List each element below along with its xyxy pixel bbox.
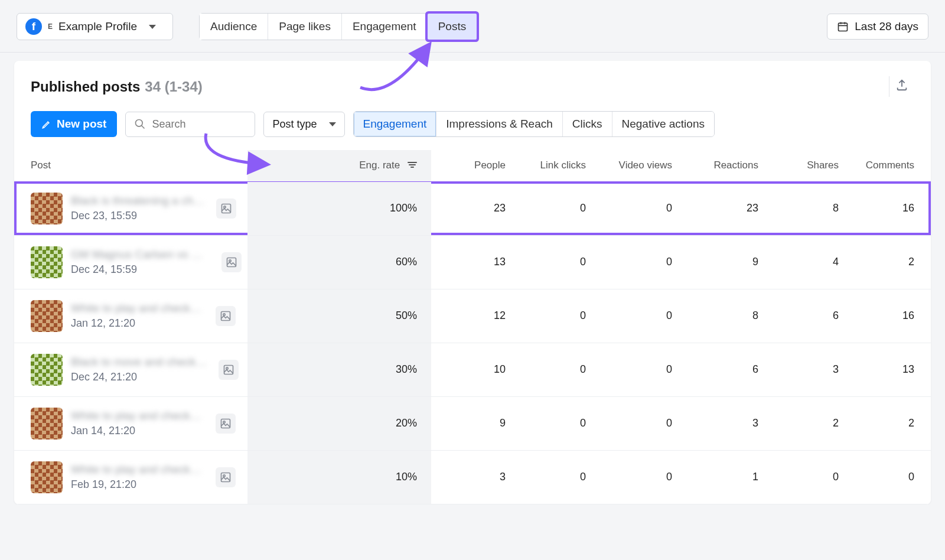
- cell-people: 13: [431, 235, 511, 289]
- tab-audience[interactable]: Audience: [200, 14, 268, 40]
- cell-video-views: 0: [592, 343, 678, 396]
- col-video-views[interactable]: Video views: [592, 150, 678, 181]
- profile-selector[interactable]: f E Example Profile: [17, 13, 173, 40]
- cell-people: 23: [431, 181, 511, 235]
- post-thumbnail: [31, 461, 63, 493]
- new-post-label: New post: [57, 118, 106, 131]
- cell-people: 9: [431, 396, 511, 450]
- col-reactions[interactable]: Reactions: [678, 150, 764, 181]
- col-post[interactable]: Post: [14, 150, 247, 181]
- date-range-label: Last 28 days: [855, 20, 918, 33]
- svg-rect-6: [221, 311, 230, 320]
- post-title: White to play and check…: [71, 463, 204, 476]
- card-count: 34 (1-34): [145, 79, 202, 95]
- cell-link-clicks: 0: [511, 396, 592, 450]
- col-link-clicks[interactable]: Link clicks: [511, 150, 592, 181]
- image-type-icon: [216, 306, 236, 326]
- cell-eng-rate: 30%: [247, 343, 431, 396]
- post-date: Jan 12, 21:20: [71, 317, 204, 330]
- image-type-icon: [216, 414, 236, 434]
- controls-row: New post Post type Engagement Impression…: [14, 105, 931, 150]
- image-type-icon: [216, 198, 236, 219]
- sort-desc-icon: [408, 160, 417, 172]
- svg-rect-0: [839, 23, 848, 31]
- image-type-icon: [216, 467, 236, 487]
- svg-point-7: [223, 313, 225, 315]
- facebook-icon: f: [25, 18, 42, 35]
- pencil-icon: [41, 119, 52, 129]
- segment-engagement[interactable]: Engagement: [354, 112, 437, 136]
- card-header: Published posts 34 (1-34): [14, 61, 931, 105]
- profile-badge: E: [48, 22, 53, 31]
- svg-point-11: [223, 421, 225, 422]
- cell-shares: 2: [764, 396, 845, 450]
- cell-reactions: 1: [678, 450, 764, 504]
- calendar-icon: [837, 21, 849, 32]
- cell-comments: 0: [845, 450, 931, 504]
- tab-posts[interactable]: Posts: [428, 14, 477, 40]
- cell-shares: 6: [764, 289, 845, 343]
- posts-table: Post Eng. rate People Link clicks Video …: [14, 150, 931, 504]
- top-bar: f E Example Profile Audience Page likes …: [0, 0, 945, 53]
- cell-reactions: 3: [678, 396, 764, 450]
- card-title: Published posts: [31, 79, 140, 95]
- table-row[interactable]: GM Magnus Carlsen vs G…Dec 24, 15:5960%1…: [14, 235, 931, 289]
- cell-shares: 3: [764, 343, 845, 396]
- col-comments[interactable]: Comments: [845, 150, 931, 181]
- date-range-picker[interactable]: Last 28 days: [827, 14, 928, 40]
- cell-shares: 8: [764, 181, 845, 235]
- svg-rect-2: [222, 204, 231, 213]
- cell-reactions: 8: [678, 289, 764, 343]
- search-input[interactable]: [152, 118, 240, 131]
- cell-people: 10: [431, 343, 511, 396]
- post-title: White to play and check…: [71, 409, 204, 422]
- table-row[interactable]: White to play and check…Jan 14, 21:2020%…: [14, 396, 931, 450]
- new-post-button[interactable]: New post: [31, 111, 117, 137]
- svg-point-3: [224, 206, 226, 207]
- cell-link-clicks: 0: [511, 450, 592, 504]
- segment-negative[interactable]: Negative actions: [612, 112, 714, 136]
- segment-impressions[interactable]: Impressions & Reach: [436, 112, 563, 136]
- svg-rect-12: [221, 473, 230, 481]
- table-row[interactable]: White to play and check…Feb 19, 21:2010%…: [14, 450, 931, 504]
- image-type-icon: [221, 252, 242, 272]
- cell-eng-rate: 60%: [247, 235, 431, 289]
- table-row[interactable]: Black is threatening a ch…Dec 23, 15:591…: [14, 181, 931, 235]
- cell-comments: 16: [845, 289, 931, 343]
- segment-clicks[interactable]: Clicks: [563, 112, 612, 136]
- post-type-dropdown[interactable]: Post type: [263, 112, 344, 137]
- cell-shares: 4: [764, 235, 845, 289]
- cell-link-clicks: 0: [511, 181, 592, 235]
- search-icon: [134, 118, 146, 130]
- svg-rect-4: [227, 258, 236, 266]
- cell-link-clicks: 0: [511, 235, 592, 289]
- post-thumbnail: [31, 300, 63, 332]
- cell-comments: 2: [845, 235, 931, 289]
- cell-people: 3: [431, 450, 511, 504]
- post-date: Dec 23, 15:59: [71, 210, 204, 222]
- metric-segments: Engagement Impressions & Reach Clicks Ne…: [353, 111, 715, 137]
- post-title: White to play and check…: [71, 302, 204, 315]
- post-title: GM Magnus Carlsen vs G…: [71, 248, 210, 261]
- tab-engagement[interactable]: Engagement: [342, 14, 428, 40]
- col-eng-rate[interactable]: Eng. rate: [247, 150, 431, 181]
- cell-comments: 13: [845, 343, 931, 396]
- svg-point-13: [223, 474, 225, 476]
- export-icon[interactable]: [889, 76, 914, 97]
- chevron-down-icon: [329, 122, 336, 126]
- published-posts-card: Published posts 34 (1-34) New post Post …: [14, 61, 931, 504]
- post-type-label: Post type: [272, 118, 317, 131]
- search-box[interactable]: [125, 112, 255, 137]
- table-row[interactable]: Black to move and check…Dec 24, 21:2030%…: [14, 343, 931, 396]
- col-shares[interactable]: Shares: [764, 150, 845, 181]
- cell-eng-rate: 50%: [247, 289, 431, 343]
- cell-link-clicks: 0: [511, 343, 592, 396]
- table-row[interactable]: White to play and check…Jan 12, 21:2050%…: [14, 289, 931, 343]
- post-date: Feb 19, 21:20: [71, 478, 204, 491]
- tab-page-likes[interactable]: Page likes: [268, 14, 342, 40]
- cell-people: 12: [431, 289, 511, 343]
- cell-link-clicks: 0: [511, 289, 592, 343]
- cell-video-views: 0: [592, 181, 678, 235]
- col-people[interactable]: People: [431, 150, 511, 181]
- post-date: Jan 14, 21:20: [71, 425, 204, 437]
